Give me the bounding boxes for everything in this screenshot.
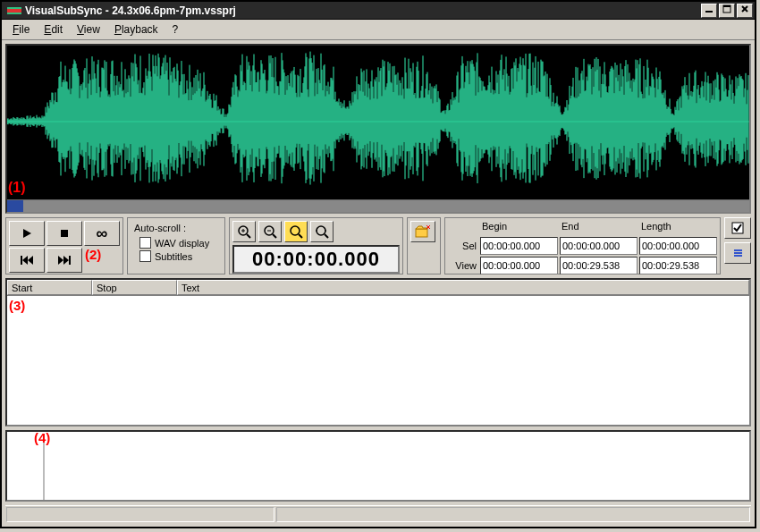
- waveform-scrollbar-thumb[interactable]: [7, 200, 23, 212]
- svg-rect-1: [7, 7, 21, 9]
- loop-button[interactable]: ∞: [84, 221, 120, 246]
- grid-header: Start Stop Text: [7, 280, 749, 296]
- marker-3: (3): [9, 298, 25, 313]
- autoscroll-subs-checkbox[interactable]: [139, 250, 151, 262]
- close-button[interactable]: [737, 4, 753, 18]
- svg-marker-842: [22, 256, 28, 265]
- options-buttons: [724, 217, 751, 274]
- open-file-button[interactable]: [410, 221, 435, 242]
- view-end-field[interactable]: 00:00:29.538: [560, 257, 638, 274]
- svg-line-848: [247, 234, 250, 238]
- svg-rect-0: [7, 9, 21, 13]
- sel-end-field[interactable]: 00:00:00.000: [560, 237, 638, 255]
- menu-view[interactable]: View: [70, 21, 107, 38]
- time-info-panel: Begin End Length Sel 00:00:00.000 00:00:…: [444, 217, 721, 274]
- autoscroll-panel: Auto-scroll : WAV display Subtitles: [127, 217, 225, 274]
- begin-header: Begin: [480, 221, 558, 235]
- view-row-label: View: [448, 257, 478, 274]
- svg-marker-861: [416, 226, 427, 229]
- svg-line-852: [273, 234, 276, 238]
- play-button[interactable]: [9, 221, 45, 246]
- subtitle-editor[interactable]: (4): [5, 430, 751, 502]
- zoom-time-panel: 00:00:00.000: [229, 217, 403, 274]
- autoscroll-wav-checkbox[interactable]: [139, 237, 151, 249]
- zoom-in-button[interactable]: [232, 221, 256, 242]
- waveform-scrollbar[interactable]: [7, 199, 749, 212]
- autoscroll-wav-label: WAV display: [155, 238, 209, 249]
- stop-button[interactable]: [46, 221, 82, 246]
- status-cell-1: [6, 507, 274, 522]
- autoscroll-subs-label: Subtitles: [155, 251, 192, 262]
- zoom-selection-button[interactable]: [284, 221, 308, 242]
- end-header: End: [560, 221, 638, 235]
- svg-point-854: [291, 226, 300, 235]
- prev-button[interactable]: [9, 248, 45, 273]
- menu-help[interactable]: ?: [165, 21, 186, 38]
- svg-rect-841: [21, 256, 22, 265]
- svg-rect-846: [69, 256, 71, 265]
- app-icon: [7, 4, 21, 18]
- maximize-button[interactable]: [719, 4, 735, 18]
- sel-begin-field[interactable]: 00:00:00.000: [480, 237, 558, 255]
- titlebar[interactable]: VisualSubSync - 24.3x06.6pm-7pm.vssprj: [2, 2, 755, 20]
- autoscroll-heading: Auto-scroll :: [134, 223, 220, 233]
- minimize-button[interactable]: [701, 4, 717, 18]
- svg-rect-860: [416, 229, 427, 237]
- svg-rect-2: [7, 13, 21, 14]
- menubar: File Edit View Playback ?: [2, 20, 755, 40]
- svg-line-857: [325, 234, 328, 238]
- check-options-button[interactable]: [724, 217, 751, 239]
- svg-marker-845: [63, 256, 69, 265]
- zoom-out-button[interactable]: [258, 221, 282, 242]
- svg-line-855: [299, 234, 302, 238]
- view-begin-field[interactable]: 00:00:00.000: [480, 257, 558, 274]
- open-panel: [407, 217, 441, 274]
- subtitle-grid[interactable]: Start Stop Text (3): [5, 278, 751, 426]
- window-title: VisualSubSync - 24.3x06.6pm-7pm.vssprj: [25, 4, 699, 17]
- view-length-field[interactable]: 00:00:29.538: [639, 257, 717, 274]
- menu-playback[interactable]: Playback: [107, 21, 165, 38]
- svg-marker-843: [28, 256, 33, 265]
- sel-length-field[interactable]: 00:00:00.000: [639, 237, 717, 255]
- status-cell-2: [276, 507, 750, 522]
- menu-file[interactable]: File: [5, 21, 37, 38]
- sel-row-label: Sel: [448, 237, 478, 255]
- statusbar: [5, 505, 751, 523]
- playback-panel: ∞ (2): [5, 217, 123, 274]
- col-stop[interactable]: Stop: [92, 280, 177, 295]
- next-button[interactable]: [46, 248, 82, 273]
- zoom-all-button[interactable]: [310, 221, 334, 242]
- length-header: Length: [639, 221, 717, 235]
- marker-4: (4): [34, 430, 50, 445]
- menu-edit[interactable]: Edit: [37, 21, 70, 38]
- waveform-display[interactable]: (1): [5, 44, 751, 214]
- marker-1: (1): [8, 180, 26, 196]
- svg-point-856: [317, 226, 325, 235]
- svg-rect-840: [61, 230, 68, 237]
- grid-body[interactable]: (3): [7, 296, 749, 425]
- time-display: 00:00:00.000: [232, 245, 400, 274]
- svg-marker-844: [58, 256, 63, 265]
- waveform-svg: [7, 46, 749, 198]
- col-start[interactable]: Start: [7, 280, 92, 295]
- svg-marker-839: [23, 229, 31, 238]
- menu-file-label: ile: [19, 23, 30, 36]
- list-options-button[interactable]: [724, 242, 751, 264]
- col-text[interactable]: Text: [177, 280, 749, 295]
